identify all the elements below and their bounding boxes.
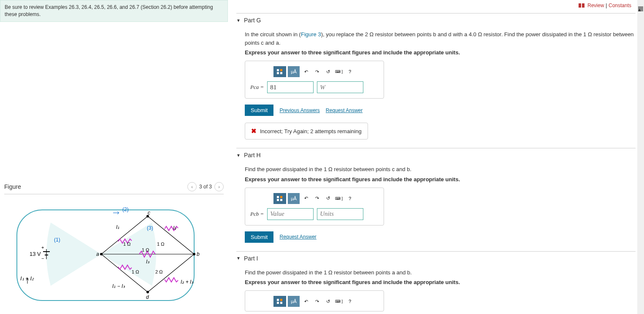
part-g-instruction: Express your answer to three significant…	[245, 49, 636, 56]
top-links: Review | Constants	[236, 0, 636, 13]
svg-text:I₁: I₁	[116, 224, 119, 230]
part-h-instruction: Express your answer to three significant…	[245, 176, 636, 182]
svg-text:(1): (1)	[54, 237, 60, 243]
redo-button[interactable]: ↷	[312, 66, 322, 77]
figure-prev-button[interactable]: ‹	[187, 182, 197, 191]
part-g-submit-button[interactable]: Submit	[245, 105, 273, 116]
review-link[interactable]: Review	[587, 3, 604, 8]
redo-button[interactable]: ↷	[312, 296, 322, 307]
part-g-request-answer-link[interactable]: Request Answer	[326, 107, 363, 113]
svg-point-10	[193, 253, 195, 255]
figure-title: Figure	[4, 183, 21, 190]
svg-rect-34	[579, 3, 581, 8]
part-h-value-input[interactable]	[267, 208, 314, 220]
part-g-feedback-text: Incorrect; Try Again; 2 attempts remaini…	[260, 128, 362, 134]
caret-down-icon: ▼	[236, 256, 241, 260]
svg-point-12	[146, 291, 149, 293]
figure-section: Figure ‹ 3 of 3 ›	[0, 182, 228, 310]
part-g-header[interactable]: ▼ Part G	[236, 13, 636, 27]
svg-rect-47	[280, 302, 282, 304]
svg-rect-38	[277, 72, 279, 74]
reset-button[interactable]: ↺	[323, 66, 333, 77]
figure-next-button[interactable]: ›	[214, 182, 224, 191]
part-h-answer-box: μÅ ↶ ↷ ↺ ⌨ ] ? Pcb =	[245, 188, 384, 225]
reset-button[interactable]: ↺	[323, 193, 333, 204]
svg-rect-35	[582, 3, 584, 8]
units-button[interactable]: μÅ	[288, 296, 300, 307]
templates-button[interactable]	[273, 193, 286, 204]
left-panel: Be sure to review Examples 26.3, 26.4, 2…	[0, 0, 228, 314]
part-g-toolbar: μÅ ↶ ↷ ↺ ⌨ ] ?	[250, 66, 379, 77]
units-button[interactable]: μÅ	[288, 193, 300, 204]
svg-text:2 Ω: 2 Ω	[155, 269, 162, 274]
x-icon: ✖	[251, 127, 257, 135]
figure-counter: 3 of 3	[199, 184, 212, 190]
reset-button[interactable]: ↺	[323, 296, 333, 307]
svg-text:I₁ − I₃: I₁ − I₃	[112, 283, 125, 289]
help-button[interactable]: ?	[345, 296, 354, 307]
part-h-question: Find the power dissipated in the 1 Ω res…	[245, 165, 636, 174]
part-h-submit-button[interactable]: Submit	[245, 231, 273, 243]
part-i-question: Find the power dissipated in the 1 Ω res…	[245, 268, 636, 277]
caret-down-icon: ▼	[236, 153, 241, 158]
part-g-previous-answers-link[interactable]: Previous Answers	[279, 107, 319, 113]
redo-button[interactable]: ↷	[312, 193, 322, 204]
undo-button[interactable]: ↶	[301, 296, 311, 307]
part-i-toolbar: μÅ ↶ ↷ ↺ ⌨ ] ?	[250, 296, 379, 307]
keyboard-button[interactable]: ⌨ ]	[334, 66, 344, 77]
templates-button[interactable]	[273, 296, 286, 307]
svg-text:I₂: I₂	[173, 225, 177, 231]
keyboard-button[interactable]: ⌨ ]	[334, 296, 344, 307]
svg-text:(2): (2)	[122, 207, 129, 212]
book-icon	[579, 3, 584, 9]
part-g-body: In the circuit shown in (Figure 3), you …	[236, 27, 636, 148]
circuit-diagram: 13 V + − (1) (2) (3) c a b d I₁ I₂ I₃ 1 …	[4, 199, 207, 309]
part-h-header[interactable]: ▼ Part H	[236, 148, 636, 162]
templates-button[interactable]	[273, 66, 286, 77]
svg-rect-37	[280, 69, 282, 71]
part-h-units-input[interactable]	[317, 208, 363, 220]
part-g-feedback: ✖ Incorrect; Try Again; 2 attempts remai…	[245, 123, 368, 140]
svg-rect-44	[277, 299, 279, 301]
svg-point-9	[100, 253, 103, 255]
units-button[interactable]: μÅ	[288, 66, 300, 77]
right-panel: Review | Constants ▼ Part G In the circu…	[228, 0, 644, 314]
svg-text:1 Ω: 1 Ω	[157, 242, 164, 247]
part-i-title: Part I	[244, 255, 258, 262]
part-h-title: Part H	[244, 152, 261, 158]
svg-rect-43	[280, 199, 282, 201]
figure-3-link[interactable]: Figure 3	[301, 31, 321, 38]
constants-link[interactable]: Constants	[609, 3, 631, 8]
caret-down-icon: ▼	[236, 18, 241, 23]
undo-button[interactable]: ↶	[301, 193, 311, 204]
svg-text:1 Ω: 1 Ω	[123, 242, 130, 247]
help-button[interactable]: ?	[345, 193, 354, 204]
part-g-question: In the circuit shown in (Figure 3), you …	[245, 30, 636, 47]
part-h-request-answer-link[interactable]: Request Answer	[279, 234, 316, 240]
svg-rect-36	[277, 69, 279, 71]
svg-text:13 V: 13 V	[30, 251, 41, 257]
part-g-units-input[interactable]	[317, 81, 363, 93]
part-h-label: Pcb =	[250, 211, 264, 217]
svg-text:+: +	[41, 245, 44, 250]
part-i-instruction: Express your answer to three significant…	[245, 279, 636, 285]
svg-text:a: a	[96, 251, 99, 257]
part-g-title: Part G	[244, 17, 261, 24]
part-h-body: Find the power dissipated in the 1 Ω res…	[236, 162, 636, 251]
svg-text:d: d	[146, 294, 149, 300]
svg-text:−: −	[41, 256, 44, 261]
help-button[interactable]: ?	[345, 66, 354, 77]
svg-text:I₃: I₃	[146, 259, 150, 265]
svg-text:(3): (3)	[147, 225, 153, 231]
scrollbar[interactable]: ▴	[637, 0, 644, 314]
svg-rect-42	[277, 199, 279, 201]
part-i-header[interactable]: ▼ Part I	[236, 251, 636, 265]
keyboard-button[interactable]: ⌨ ]	[334, 193, 344, 204]
part-g-label: Pca =	[250, 84, 264, 91]
svg-rect-45	[280, 299, 282, 301]
svg-rect-46	[277, 302, 279, 304]
part-g-value-input[interactable]	[267, 81, 314, 93]
scroll-thumb[interactable]: ▴	[638, 6, 643, 11]
undo-button[interactable]: ↶	[301, 66, 311, 77]
part-g-answer-box: μÅ ↶ ↷ ↺ ⌨ ] ? Pca =	[245, 61, 384, 99]
